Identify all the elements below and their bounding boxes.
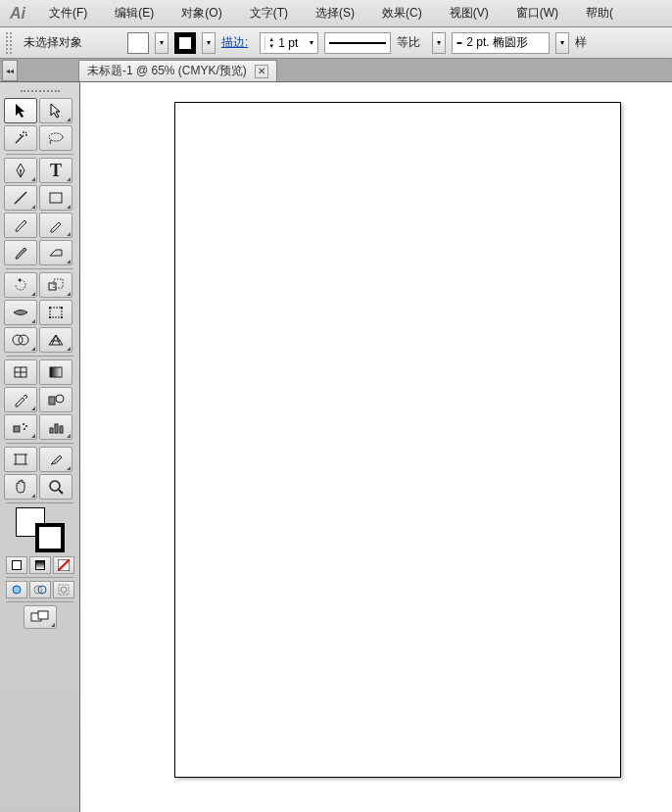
paintbrush-tool[interactable] bbox=[4, 213, 37, 238]
svg-point-39 bbox=[61, 587, 67, 593]
menu-help[interactable]: 帮助( bbox=[572, 0, 627, 26]
line-icon bbox=[13, 190, 28, 206]
rectangle-icon bbox=[48, 191, 64, 205]
menu-object[interactable]: 对象(O) bbox=[168, 0, 235, 26]
width-tool[interactable] bbox=[4, 300, 37, 325]
column-graph-tool[interactable] bbox=[39, 414, 72, 440]
stroke-profile-preview[interactable] bbox=[324, 32, 391, 54]
blend-icon bbox=[47, 393, 65, 406]
pencil-icon bbox=[48, 217, 64, 233]
menu-select[interactable]: 选择(S) bbox=[302, 0, 368, 26]
draw-behind-icon bbox=[33, 584, 47, 596]
line-segment-tool[interactable] bbox=[4, 185, 37, 211]
svg-point-20 bbox=[23, 423, 24, 425]
draw-behind-mode[interactable] bbox=[29, 581, 51, 598]
stroke-label-link[interactable]: 描边: bbox=[221, 34, 248, 51]
stepper-icon[interactable]: ▲▼ bbox=[264, 36, 274, 50]
menu-effect[interactable]: 效果(C) bbox=[368, 0, 436, 26]
lasso-tool[interactable] bbox=[39, 125, 72, 151]
shape-builder-icon bbox=[12, 333, 29, 347]
control-bar-handle-icon[interactable] bbox=[6, 32, 12, 54]
stroke-color-swatch[interactable] bbox=[35, 523, 65, 552]
fill-stroke-color-control[interactable] bbox=[16, 507, 65, 552]
none-icon bbox=[58, 559, 70, 571]
stroke-swatch[interactable] bbox=[174, 32, 196, 54]
gradient-tool[interactable] bbox=[39, 359, 72, 385]
svg-point-21 bbox=[25, 425, 27, 427]
menu-type[interactable]: 文字(T) bbox=[236, 0, 302, 26]
stroke-swatch-dropdown[interactable]: ▾ bbox=[202, 32, 216, 54]
arrow-cursor-outline-icon bbox=[49, 103, 63, 119]
svg-rect-16 bbox=[50, 367, 62, 377]
svg-line-32 bbox=[59, 490, 63, 494]
menu-window[interactable]: 窗口(W) bbox=[503, 0, 572, 26]
svg-rect-17 bbox=[49, 397, 55, 405]
pencil-tool[interactable] bbox=[39, 213, 72, 238]
mesh-tool[interactable] bbox=[4, 359, 37, 385]
menu-view[interactable]: 视图(V) bbox=[436, 0, 503, 26]
profile-dropdown[interactable]: ▾ bbox=[432, 32, 446, 54]
svg-rect-9 bbox=[49, 316, 51, 318]
menu-file[interactable]: 文件(F) bbox=[35, 0, 101, 26]
artboard[interactable] bbox=[174, 102, 621, 778]
draw-normal-mode[interactable] bbox=[6, 581, 27, 598]
pen-tool[interactable] bbox=[4, 158, 37, 183]
magic-wand-tool[interactable] bbox=[4, 125, 37, 151]
symbol-sprayer-tool[interactable] bbox=[4, 414, 37, 440]
brush-definition-input[interactable]: 2 pt. 椭圆形 bbox=[452, 32, 550, 54]
slice-tool[interactable] bbox=[39, 447, 72, 472]
direct-selection-tool[interactable] bbox=[39, 98, 72, 123]
selection-tool[interactable] bbox=[4, 98, 37, 123]
magnifier-icon bbox=[48, 479, 64, 495]
svg-point-31 bbox=[50, 481, 60, 491]
svg-rect-3 bbox=[50, 193, 62, 203]
hand-tool[interactable] bbox=[4, 474, 37, 500]
canvas-area[interactable] bbox=[80, 82, 672, 812]
menu-edit[interactable]: 编辑(E) bbox=[101, 0, 168, 26]
zoom-tool[interactable] bbox=[39, 474, 72, 500]
color-mode-solid[interactable] bbox=[6, 556, 27, 574]
type-tool[interactable]: T bbox=[39, 158, 72, 183]
panel-collapse-toggle[interactable]: ◂◂ bbox=[2, 60, 18, 81]
svg-line-2 bbox=[15, 192, 26, 204]
tool-separator bbox=[6, 356, 73, 357]
menu-bar: Ai 文件(F) 编辑(E) 对象(O) 文字(T) 选择(S) 效果(C) 视… bbox=[0, 0, 672, 27]
rectangle-tool[interactable] bbox=[39, 185, 72, 211]
bar-chart-icon bbox=[48, 420, 64, 434]
arrow-cursor-icon bbox=[14, 103, 27, 119]
svg-point-35 bbox=[13, 586, 21, 594]
shape-builder-tool[interactable] bbox=[4, 327, 37, 353]
perspective-icon bbox=[47, 333, 65, 347]
blob-brush-tool[interactable] bbox=[4, 240, 37, 265]
stroke-weight-input[interactable]: ▲▼ 1 pt ▾ bbox=[260, 32, 318, 54]
document-tab[interactable]: 未标题-1 @ 65% (CMYK/预览) ✕ bbox=[78, 60, 277, 81]
svg-rect-6 bbox=[50, 308, 62, 317]
free-transform-tool[interactable] bbox=[39, 300, 72, 325]
color-mode-gradient[interactable] bbox=[29, 556, 51, 574]
fill-swatch-dropdown[interactable]: ▾ bbox=[155, 32, 168, 54]
close-tab-icon[interactable]: ✕ bbox=[255, 65, 268, 78]
perspective-grid-tool[interactable] bbox=[39, 327, 72, 353]
eraser-tool[interactable] bbox=[39, 240, 72, 265]
tool-separator bbox=[6, 443, 73, 444]
screen-mode-toggle[interactable] bbox=[24, 605, 57, 629]
scale-tool[interactable] bbox=[39, 272, 72, 298]
draw-inside-mode[interactable] bbox=[53, 581, 74, 598]
svg-rect-7 bbox=[49, 307, 51, 309]
svg-rect-26 bbox=[16, 454, 25, 464]
svg-rect-25 bbox=[60, 426, 63, 433]
rotate-tool[interactable] bbox=[4, 272, 37, 298]
artboard-tool[interactable] bbox=[4, 447, 37, 472]
magic-wand-icon bbox=[13, 130, 28, 146]
svg-point-12 bbox=[19, 335, 28, 345]
brush-dropdown[interactable]: ▾ bbox=[555, 32, 569, 54]
svg-rect-8 bbox=[61, 307, 63, 309]
mesh-icon bbox=[13, 365, 28, 379]
rotate-icon bbox=[13, 277, 28, 293]
blend-tool[interactable] bbox=[39, 387, 72, 412]
eraser-icon bbox=[47, 247, 65, 259]
fill-swatch[interactable] bbox=[127, 32, 149, 54]
color-mode-none[interactable] bbox=[53, 556, 74, 574]
tool-panel-grip-icon[interactable] bbox=[4, 86, 75, 96]
eyedropper-tool[interactable] bbox=[4, 387, 37, 412]
